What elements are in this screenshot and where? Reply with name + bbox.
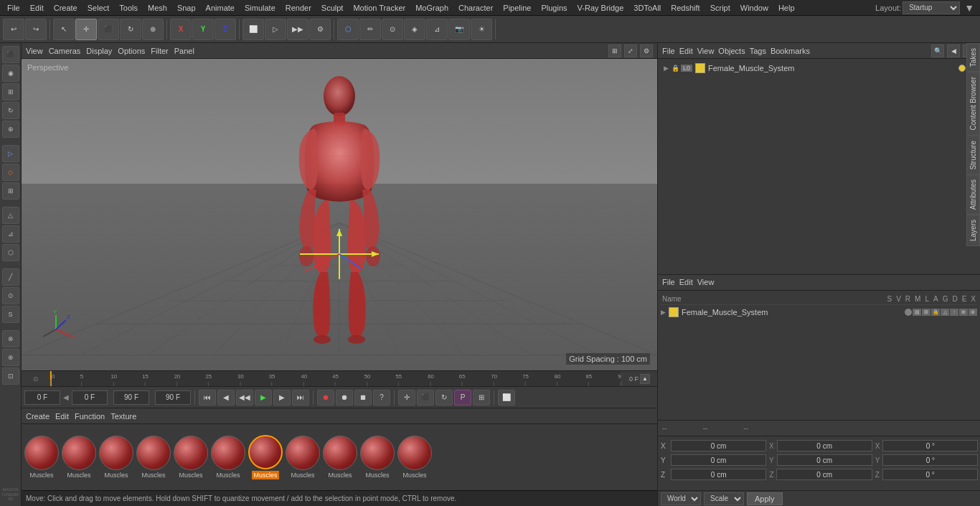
menu-sculpt[interactable]: Sculpt — [317, 2, 348, 14]
vp-menu-options[interactable]: Options — [118, 47, 145, 55]
material-item-0[interactable]: Muscles — [24, 436, 59, 479]
frame-current-input[interactable] — [72, 390, 108, 405]
menu-plugins[interactable]: Plugins — [537, 2, 571, 14]
move-key-btn[interactable]: ✛ — [398, 390, 415, 406]
left-tool-8[interactable]: ⊞ — [2, 182, 19, 200]
material-item-9[interactable]: Muscles — [360, 436, 395, 479]
mat-menu-texture[interactable]: Texture — [110, 412, 136, 421]
scale-tool[interactable]: ⬛ — [98, 19, 119, 40]
menu-motion-tracker[interactable]: Motion Tracker — [349, 2, 410, 14]
material-item-6[interactable]: Muscles — [248, 435, 283, 479]
obj-search-btn[interactable]: 🔍 — [931, 44, 944, 57]
go-start-btn[interactable]: ⏮ — [199, 390, 216, 406]
vp-menu-cameras[interactable]: Cameras — [49, 47, 81, 55]
axis-y[interactable]: Y — [192, 19, 214, 40]
left-tool-1[interactable]: ⬛ — [2, 46, 19, 63]
menu-mograph[interactable]: MoGraph — [411, 2, 453, 14]
step-fwd-btn[interactable]: ▶ — [273, 390, 291, 406]
transform-tool[interactable]: ⊕ — [142, 19, 164, 40]
scale-select[interactable]: Scale — [704, 492, 744, 505]
scale-key-btn[interactable]: ⬛ — [417, 390, 434, 406]
attr-menu-edit[interactable]: Edit — [679, 278, 693, 286]
render-region[interactable]: ▶▶ — [287, 19, 308, 40]
tab-attributes[interactable]: Attributes — [966, 174, 980, 215]
mat-menu-create[interactable]: Create — [26, 412, 50, 421]
material-item-10[interactable]: Muscles — [397, 436, 432, 479]
stop-btn[interactable]: ⏹ — [354, 390, 372, 406]
apply-button[interactable]: Apply — [747, 492, 783, 505]
left-tool-12[interactable]: ╱ — [2, 268, 19, 286]
material-item-1[interactable]: Muscles — [62, 436, 96, 479]
pos-btn[interactable]: P — [454, 390, 471, 406]
rotate-tool[interactable]: ↻ — [120, 19, 141, 40]
menu-vray[interactable]: V-Ray Bridge — [573, 2, 628, 14]
left-tool-13[interactable]: ⊙ — [2, 287, 19, 304]
menu-edit[interactable]: Edit — [26, 2, 48, 14]
coord-z-input[interactable] — [671, 469, 766, 480]
axis-z[interactable]: Z — [215, 19, 236, 40]
menu-simulate[interactable]: Simulate — [240, 2, 280, 14]
obj-menu-edit[interactable]: Edit — [679, 47, 693, 55]
menu-script[interactable]: Script — [706, 2, 735, 14]
obj-mode[interactable]: ⬜ — [242, 19, 264, 40]
coord-z3-input[interactable] — [882, 469, 978, 480]
obj-back-btn[interactable]: ◀ — [947, 44, 960, 57]
step-back-btn[interactable]: ◀ — [217, 390, 235, 406]
undo-button[interactable]: ↩ — [3, 19, 24, 40]
menu-3dtoall[interactable]: 3DToAll — [629, 2, 665, 14]
menu-window[interactable]: Window — [736, 2, 773, 14]
left-tool-14[interactable]: S — [2, 306, 19, 323]
menu-help[interactable]: Help — [774, 2, 799, 14]
record-btn[interactable]: ⏺ — [317, 390, 334, 406]
play-btn[interactable]: ▶ — [255, 390, 272, 406]
coord-x2-input[interactable] — [777, 440, 872, 451]
axis-x[interactable]: X — [170, 19, 192, 40]
left-tool-10[interactable]: ⊿ — [2, 225, 19, 243]
attr-menu-view[interactable]: View — [697, 278, 715, 286]
obj-row-female[interactable]: ▶ 🔒 L0 Female_Muscle_System — [661, 62, 977, 75]
left-tool-17[interactable]: ⊡ — [2, 367, 19, 385]
frame-end-input1[interactable] — [113, 390, 149, 405]
layout-select[interactable]: Startup — [903, 1, 960, 14]
coord-y2-input[interactable] — [777, 454, 872, 466]
menu-redshift[interactable]: Redshift — [666, 2, 704, 14]
play-back-btn[interactable]: ◀◀ — [236, 390, 253, 406]
draw-path[interactable]: ✏ — [359, 19, 381, 40]
redo-button[interactable]: ↪ — [25, 19, 47, 40]
rotate-key-btn[interactable]: ↻ — [435, 390, 453, 406]
menu-select[interactable]: Select — [83, 2, 114, 14]
mat-menu-function[interactable]: Function — [75, 412, 105, 421]
spline-tool[interactable]: ⊙ — [382, 19, 403, 40]
tab-takes[interactable]: Takes — [966, 43, 980, 72]
menu-character[interactable]: Character — [454, 2, 497, 14]
render-settings[interactable]: ⚙ — [309, 19, 331, 40]
light[interactable]: ☀ — [471, 19, 492, 40]
obj-menu-tags[interactable]: Tags — [750, 47, 766, 55]
vp-settings-btn[interactable]: ⚙ — [640, 44, 653, 57]
auto-record-btn[interactable]: ⏺ — [336, 390, 353, 406]
material-item-2[interactable]: Muscles — [99, 436, 133, 479]
tab-layers[interactable]: Layers — [966, 215, 980, 246]
move-tool[interactable]: ✛ — [75, 19, 97, 40]
timeline-btn[interactable]: ⬜ — [498, 390, 515, 406]
timeline-expand-btn[interactable]: ▲ — [640, 374, 650, 384]
material-item-4[interactable]: Muscles — [174, 436, 208, 479]
left-tool-11[interactable]: ⬡ — [2, 244, 19, 261]
persp-view[interactable]: ⬡ — [337, 19, 359, 40]
material-item-5[interactable]: Muscles — [211, 436, 245, 479]
camera[interactable]: 📷 — [448, 19, 470, 40]
frame-start-input[interactable] — [24, 390, 60, 405]
obj-menu-view[interactable]: View — [697, 47, 715, 55]
left-tool-9[interactable]: △ — [2, 207, 19, 224]
menu-animate[interactable]: Animate — [202, 2, 239, 14]
menu-render[interactable]: Render — [281, 2, 316, 14]
coord-x3-input[interactable] — [882, 440, 978, 451]
layout-arrow[interactable]: ▼ — [961, 2, 977, 14]
frame-end-input2[interactable] — [155, 390, 191, 405]
left-tool-7[interactable]: ◇ — [2, 164, 19, 181]
vp-menu-panel[interactable]: Panel — [174, 47, 194, 55]
menu-tools[interactable]: Tools — [115, 2, 142, 14]
select-tool[interactable]: ↖ — [53, 19, 75, 40]
vp-toggle-btn[interactable]: ⊞ — [608, 44, 621, 57]
left-tool-5[interactable]: ⊕ — [2, 121, 19, 138]
